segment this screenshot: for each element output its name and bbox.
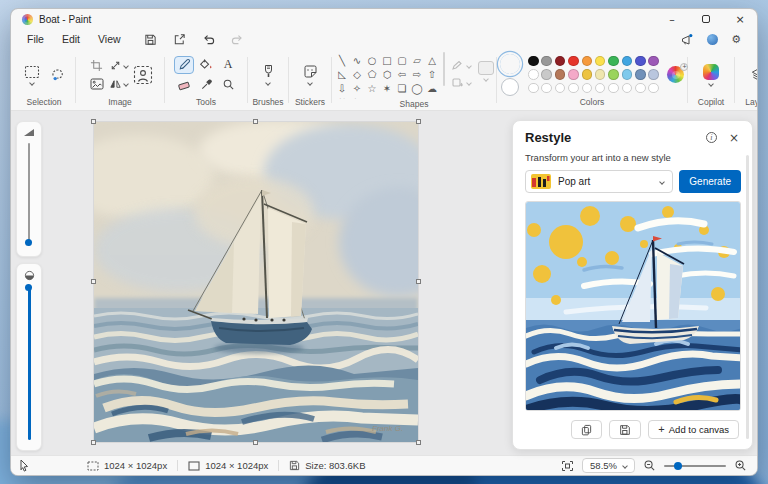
zoom-in-icon[interactable] [734, 459, 747, 472]
minimize-button[interactable]: – [655, 9, 689, 29]
selection-handle[interactable] [253, 440, 258, 445]
rounded-rectangle-shape[interactable]: ▢ [397, 56, 406, 66]
palette-color-swatch[interactable] [555, 56, 566, 67]
palette-empty-slot[interactable] [595, 83, 606, 94]
shape-fill-button[interactable] [451, 77, 471, 88]
color1-swatch[interactable] [500, 54, 520, 74]
ellipse-shape[interactable]: ○ [368, 56, 377, 66]
menu-edit[interactable]: Edit [53, 31, 89, 47]
arrow-left-shape[interactable]: ⇦ [398, 70, 406, 80]
six-point-star-shape[interactable]: ✶ [383, 84, 391, 94]
edit-colors-button[interactable]: + [667, 66, 684, 83]
canvas[interactable]: Frank G. [94, 122, 418, 442]
feedback-button[interactable] [680, 33, 694, 46]
arrow-up-shape[interactable]: ⇧ [428, 70, 436, 80]
selection-handle[interactable] [416, 119, 421, 124]
account-icon[interactable] [707, 34, 718, 45]
zoom-level-dropdown[interactable]: 58.5% [582, 458, 635, 473]
palette-empty-slot[interactable] [555, 83, 566, 94]
layers-button[interactable] [750, 67, 759, 83]
undo-button[interactable] [202, 33, 215, 46]
palette-color-swatch[interactable] [568, 56, 579, 67]
fit-to-screen-icon[interactable] [561, 460, 574, 472]
magnifier-tool-button[interactable] [218, 76, 238, 94]
palette-empty-slot[interactable] [608, 83, 619, 94]
palette-empty-slot[interactable] [648, 83, 659, 94]
save-result-button[interactable] [609, 420, 641, 439]
palette-color-swatch[interactable] [555, 69, 566, 80]
panel-scrollbar[interactable] [746, 155, 749, 439]
palette-color-swatch[interactable] [582, 69, 593, 80]
copilot-button[interactable] [703, 64, 719, 86]
pentagon-shape[interactable]: ⬠ [368, 70, 377, 80]
size-slider-thumb[interactable] [25, 239, 32, 246]
fill-tool-button[interactable] [196, 56, 216, 74]
text-tool-button[interactable]: A [218, 56, 238, 74]
palette-color-swatch[interactable] [608, 56, 619, 67]
palette-color-swatch[interactable] [635, 69, 646, 80]
palette-color-swatch[interactable] [582, 56, 593, 67]
diamond-shape[interactable]: ◇ [353, 70, 361, 80]
triangle-shape[interactable]: △ [428, 56, 436, 66]
generate-button[interactable]: Generate [679, 170, 741, 193]
shapes-scrollbar[interactable] [443, 52, 445, 86]
palette-empty-slot[interactable] [635, 83, 646, 94]
arrow-right-shape[interactable]: ⇨ [413, 70, 421, 80]
size-slider[interactable] [28, 143, 30, 246]
restyle-close-button[interactable]: × [729, 131, 739, 145]
opacity-slider[interactable] [28, 285, 31, 440]
maximize-button[interactable] [689, 9, 723, 29]
palette-color-swatch[interactable] [541, 56, 552, 67]
palette-empty-slot[interactable] [541, 83, 552, 94]
resize-button[interactable] [109, 59, 128, 72]
palette-empty-slot[interactable] [568, 83, 579, 94]
arrow-down-shape[interactable]: ⇩ [338, 84, 346, 94]
menu-file[interactable]: File [18, 31, 53, 47]
curve-shape[interactable]: ∿ [353, 56, 361, 66]
selection-handle[interactable] [91, 279, 96, 284]
shape-more-button[interactable] [478, 61, 494, 81]
copy-result-button[interactable] [571, 420, 602, 439]
close-button[interactable]: × [723, 9, 757, 29]
palette-color-swatch[interactable] [528, 69, 539, 80]
add-to-canvas-button[interactable]: + Add to canvas [648, 420, 739, 439]
palette-color-swatch[interactable] [648, 69, 659, 80]
brushes-button[interactable] [262, 64, 275, 85]
shape-outline-button[interactable] [451, 60, 471, 71]
save-button[interactable] [144, 33, 157, 46]
rectangle-shape[interactable]: □ [382, 56, 391, 66]
remove-background-button[interactable] [133, 65, 153, 85]
palette-empty-slot[interactable] [528, 83, 539, 94]
palette-color-swatch[interactable] [608, 69, 619, 80]
selection-handle[interactable] [91, 440, 96, 445]
palette-color-swatch[interactable] [568, 69, 579, 80]
zoom-out-icon[interactable] [643, 459, 656, 472]
selection-handle[interactable] [416, 279, 421, 284]
color-picker-tool-button[interactable] [196, 76, 216, 94]
settings-gear-icon[interactable]: ⚙ [731, 34, 741, 45]
zoom-slider[interactable] [664, 465, 726, 467]
line-shape[interactable]: ╲ [339, 56, 345, 66]
heart-shape[interactable]: ♡ [338, 98, 347, 99]
style-dropdown[interactable]: Pop art [525, 170, 673, 193]
pencil-tool-button[interactable] [174, 56, 194, 74]
free-form-select-button[interactable] [50, 67, 65, 82]
lightning-shape[interactable]: ↯ [353, 98, 361, 99]
palette-color-swatch[interactable] [595, 69, 606, 80]
five-point-star-shape[interactable]: ☆ [368, 84, 377, 94]
thought-cloud-shape[interactable]: ☁ [427, 84, 437, 94]
speech-bubble-shape[interactable]: ❏ [398, 84, 407, 94]
redo-button[interactable] [231, 33, 244, 46]
color2-swatch[interactable] [501, 78, 519, 96]
palette-color-swatch[interactable] [635, 56, 646, 67]
oval-speech-shape[interactable]: ◯ [411, 84, 422, 94]
polygon-shape[interactable]: ▱ [413, 56, 421, 66]
crop-button[interactable] [90, 59, 103, 72]
menu-view[interactable]: View [89, 31, 130, 47]
image-options-button[interactable] [90, 78, 104, 90]
palette-empty-slot[interactable] [622, 83, 633, 94]
rectangle-select-button[interactable] [24, 65, 40, 85]
four-point-star-shape[interactable]: ✧ [353, 84, 361, 94]
palette-color-swatch[interactable] [595, 56, 606, 67]
opacity-slider-thumb[interactable] [25, 284, 32, 291]
